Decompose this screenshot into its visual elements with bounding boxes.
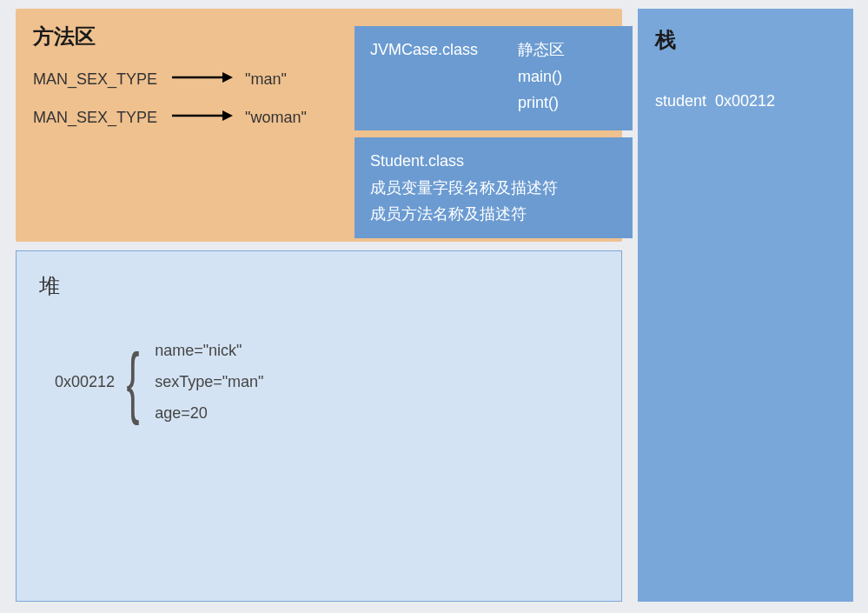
- stack-ref-name: student: [655, 92, 706, 110]
- heap-object: 0x00212 { name="nick" sexType="man" age=…: [55, 335, 599, 429]
- heap-field: name="nick": [155, 335, 263, 366]
- heap-title: 堆: [39, 272, 599, 300]
- class-name: Student.class: [370, 148, 617, 175]
- heap-object-addr: 0x00212: [55, 373, 115, 391]
- svg-marker-1: [222, 72, 233, 83]
- constant-name: MAN_SEX_TYPE: [33, 109, 172, 127]
- svg-marker-3: [222, 110, 233, 121]
- stack-entry: student 0x00212: [655, 92, 836, 110]
- method-label: print(): [518, 90, 565, 117]
- jvmcase-class-box: JVMCase.class 静态区 main() print(): [354, 26, 633, 130]
- static-area-label: 静态区: [518, 37, 565, 63]
- stack-ref-addr: 0x00212: [715, 92, 775, 110]
- constant-value: "woman": [245, 109, 307, 127]
- method-desc-label: 成员方法名称及描述符: [370, 201, 617, 228]
- method-area: 方法区 MAN_SEX_TYPE "man" MAN_SEX_TYPE "wom…: [16, 9, 622, 242]
- heap-object-fields: name="nick" sexType="man" age=20: [155, 335, 263, 429]
- constant-name: MAN_SEX_TYPE: [33, 70, 172, 89]
- student-class-box: Student.class 成员变量字段名称及描述符 成员方法名称及描述符: [354, 137, 633, 238]
- heap-field: sexType="man": [155, 366, 263, 397]
- method-label: main(): [518, 63, 565, 90]
- stack-area: 栈 student 0x00212: [638, 9, 853, 602]
- arrow-icon: [172, 110, 233, 125]
- curly-brace-icon: {: [127, 350, 140, 413]
- class-name: JVMCase.class: [370, 37, 518, 63]
- field-desc-label: 成员变量字段名称及描述符: [370, 175, 617, 202]
- heap-field: age=20: [155, 397, 263, 429]
- stack-title: 栈: [655, 26, 836, 54]
- constant-value: "man": [245, 70, 287, 89]
- heap-area: 堆 0x00212 { name="nick" sexType="man" ag…: [16, 250, 622, 602]
- arrow-icon: [172, 71, 233, 87]
